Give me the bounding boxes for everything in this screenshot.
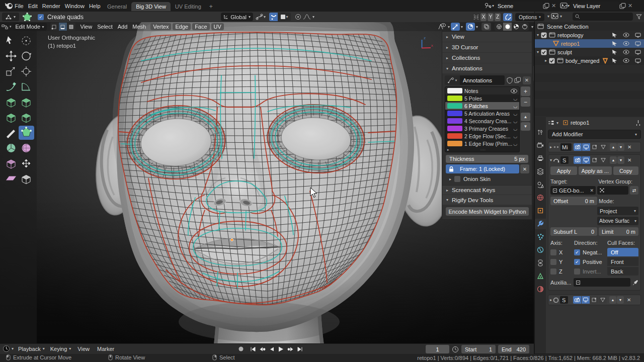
- svg-text:z: z: [424, 36, 426, 40]
- svg-text:User Orthographic: User Orthographic: [48, 35, 95, 41]
- svg-text:x: x: [431, 43, 433, 48]
- svg-text:(1) retopo1: (1) retopo1: [48, 43, 76, 49]
